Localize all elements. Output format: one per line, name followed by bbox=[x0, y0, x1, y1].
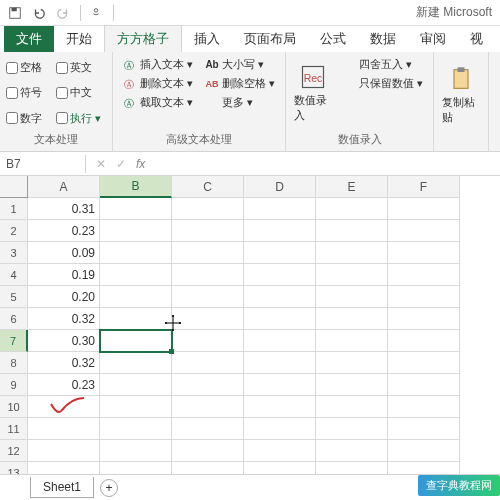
col-header-B[interactable]: B bbox=[100, 176, 172, 198]
cell-A3[interactable]: 0.09 bbox=[28, 242, 100, 264]
cell-B9[interactable] bbox=[100, 374, 172, 396]
cell-F10[interactable] bbox=[388, 396, 460, 418]
cell-F2[interactable] bbox=[388, 220, 460, 242]
cell-A1[interactable]: 0.31 bbox=[28, 198, 100, 220]
cell-C11[interactable] bbox=[172, 418, 244, 440]
row-header-10[interactable]: 10 bbox=[0, 396, 28, 418]
cell-E6[interactable] bbox=[316, 308, 388, 330]
cell-C8[interactable] bbox=[172, 352, 244, 374]
cell-B7[interactable] bbox=[100, 330, 172, 352]
name-box[interactable]: B7 bbox=[0, 155, 86, 173]
cell-B2[interactable] bbox=[100, 220, 172, 242]
cell-E7[interactable] bbox=[316, 330, 388, 352]
row-header-1[interactable]: 1 bbox=[0, 198, 28, 220]
cell-C3[interactable] bbox=[172, 242, 244, 264]
cell-B5[interactable] bbox=[100, 286, 172, 308]
cell-F5[interactable] bbox=[388, 286, 460, 308]
col-header-A[interactable]: A bbox=[28, 176, 100, 198]
check-3[interactable]: 中文 bbox=[56, 81, 102, 104]
cell-A11[interactable] bbox=[28, 418, 100, 440]
cell-D1[interactable] bbox=[244, 198, 316, 220]
col-header-D[interactable]: D bbox=[244, 176, 316, 198]
fx-icon[interactable]: fx bbox=[136, 157, 145, 171]
undo-icon[interactable] bbox=[28, 2, 50, 24]
cell-D11[interactable] bbox=[244, 418, 316, 440]
cell-C7[interactable] bbox=[172, 330, 244, 352]
cell-F9[interactable] bbox=[388, 374, 460, 396]
cell-B12[interactable] bbox=[100, 440, 172, 462]
redo-icon[interactable] bbox=[52, 2, 74, 24]
col-header-E[interactable]: E bbox=[316, 176, 388, 198]
cell-B8[interactable] bbox=[100, 352, 172, 374]
cell-E11[interactable] bbox=[316, 418, 388, 440]
cell-B4[interactable] bbox=[100, 264, 172, 286]
btns1-2[interactable]: Ⓐ截取文本 ▾ bbox=[119, 94, 197, 111]
cell-E8[interactable] bbox=[316, 352, 388, 374]
cell-B3[interactable] bbox=[100, 242, 172, 264]
tab-layout[interactable]: 页面布局 bbox=[232, 26, 308, 52]
cell-D7[interactable] bbox=[244, 330, 316, 352]
cell-E4[interactable] bbox=[316, 264, 388, 286]
btns1-1[interactable]: Ⓐ删除文本 ▾ bbox=[119, 75, 197, 92]
btns1-0[interactable]: Ⓐ插入文本 ▾ bbox=[119, 56, 197, 73]
cell-C12[interactable] bbox=[172, 440, 244, 462]
row-header-9[interactable]: 9 bbox=[0, 374, 28, 396]
numeric-input-button[interactable]: Rec 数值录入 bbox=[292, 56, 334, 130]
cell-C1[interactable] bbox=[172, 198, 244, 220]
cell-D4[interactable] bbox=[244, 264, 316, 286]
row-header-2[interactable]: 2 bbox=[0, 220, 28, 242]
cell-A10[interactable] bbox=[28, 396, 100, 418]
check-1[interactable]: 英文 bbox=[56, 56, 102, 79]
save-icon[interactable] bbox=[4, 2, 26, 24]
check-5[interactable]: 执行 ▾ bbox=[56, 107, 102, 130]
cell-D2[interactable] bbox=[244, 220, 316, 242]
cell-B6[interactable] bbox=[100, 308, 172, 330]
col-header-C[interactable]: C bbox=[172, 176, 244, 198]
add-sheet-button[interactable]: + bbox=[100, 479, 118, 497]
tab-data[interactable]: 数据 bbox=[358, 26, 408, 52]
cell-E1[interactable] bbox=[316, 198, 388, 220]
check-0[interactable]: 空格 bbox=[6, 56, 52, 79]
check-4[interactable]: 数字 bbox=[6, 107, 52, 130]
cell-C2[interactable] bbox=[172, 220, 244, 242]
tab-formula[interactable]: 公式 bbox=[308, 26, 358, 52]
cell-C9[interactable] bbox=[172, 374, 244, 396]
cell-C10[interactable] bbox=[172, 396, 244, 418]
tab-insert[interactable]: 插入 bbox=[182, 26, 232, 52]
select-all-corner[interactable] bbox=[0, 176, 28, 198]
cell-D3[interactable] bbox=[244, 242, 316, 264]
tab-file[interactable]: 文件 bbox=[4, 26, 54, 52]
row-header-8[interactable]: 8 bbox=[0, 352, 28, 374]
cell-A2[interactable]: 0.23 bbox=[28, 220, 100, 242]
tab-review[interactable]: 审阅 bbox=[408, 26, 458, 52]
cell-A4[interactable]: 0.19 bbox=[28, 264, 100, 286]
cell-C4[interactable] bbox=[172, 264, 244, 286]
btns2-1[interactable]: AB删除空格 ▾ bbox=[201, 75, 279, 92]
cell-F11[interactable] bbox=[388, 418, 460, 440]
cell-A5[interactable]: 0.20 bbox=[28, 286, 100, 308]
cell-F6[interactable] bbox=[388, 308, 460, 330]
cell-D6[interactable] bbox=[244, 308, 316, 330]
sheet-tab[interactable]: Sheet1 bbox=[30, 477, 94, 498]
cell-D8[interactable] bbox=[244, 352, 316, 374]
cell-E10[interactable] bbox=[316, 396, 388, 418]
cell-F3[interactable] bbox=[388, 242, 460, 264]
tab-fangfang[interactable]: 方方格子 bbox=[104, 25, 182, 52]
cell-D9[interactable] bbox=[244, 374, 316, 396]
tab-view[interactable]: 视 bbox=[458, 26, 495, 52]
cell-B1[interactable] bbox=[100, 198, 172, 220]
cell-E5[interactable] bbox=[316, 286, 388, 308]
cell-A12[interactable] bbox=[28, 440, 100, 462]
cell-D5[interactable] bbox=[244, 286, 316, 308]
row-header-7[interactable]: 7 bbox=[0, 330, 28, 352]
cell-E2[interactable] bbox=[316, 220, 388, 242]
cell-A6[interactable]: 0.32 bbox=[28, 308, 100, 330]
row-header-3[interactable]: 3 bbox=[0, 242, 28, 264]
cell-F12[interactable] bbox=[388, 440, 460, 462]
btns3-0[interactable]: 四舍五入 ▾ bbox=[338, 56, 427, 73]
row-header-4[interactable]: 4 bbox=[0, 264, 28, 286]
touch-mode-icon[interactable] bbox=[85, 2, 107, 24]
cell-B11[interactable] bbox=[100, 418, 172, 440]
cell-A8[interactable]: 0.32 bbox=[28, 352, 100, 374]
row-header-12[interactable]: 12 bbox=[0, 440, 28, 462]
